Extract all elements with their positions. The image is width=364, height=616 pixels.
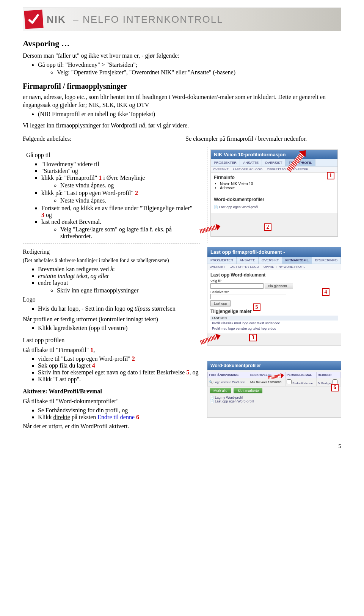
activate-h: Aktivere: WordProfil/Brevmal <box>23 387 200 396</box>
last-ned-h: LAST NED <box>210 316 338 321</box>
up-p1c: , <box>93 347 95 353</box>
navn-line: Navn: NIK Veien 10 <box>220 182 334 186</box>
s1-i6o-text: Velg "Lagre/lagre som" og lagre fila f. … <box>60 226 172 239</box>
up-b3a: Skriv inn for eksempel eget navn og dato… <box>38 369 186 376</box>
tab-prosjekter[interactable]: PROSJEKTER <box>211 159 240 166</box>
firmaprofil-heading: Firmaprofil / firmaopplysninger <box>23 82 341 91</box>
sub2-oversikt[interactable]: OVERSIKT <box>207 264 227 270</box>
up-b3: Skriv inn for eksempel eget navn og dato… <box>38 369 200 376</box>
adresse-line: Adresse: <box>220 186 334 190</box>
tilgjengelige-h: Tilgjengelige maler <box>210 309 338 314</box>
lag-ny-link[interactable]: 📄 Lag ny Word-profil <box>210 396 339 399</box>
shot1-subtabs: OVERSIKT LAST OPP NY LOGO OPPRETT NY WOR… <box>211 167 337 173</box>
firmaprofil-p2: Vi legger inn firmaopplysninger for Word… <box>23 121 341 130</box>
avsporing-step1-text: Gå opp til: "Hovedmeny" > "Startsiden"; <box>38 61 137 68</box>
tab2-ansatte[interactable]: ANSATTE <box>237 257 259 264</box>
s1-i6o: Velg "Lagre/lagre som" og lagre fila f. … <box>60 226 197 240</box>
s1-i4b: 2 <box>135 190 138 196</box>
shot2-subtabs: OVERSIKT LAST OPP NY LOGO OPPRETT NY WOR… <box>207 264 341 270</box>
s1-i5: Fortsett ned, og klikk en av filene unde… <box>41 205 197 218</box>
see-examples: Se eksempler på firmaprofil / brevmaler … <box>185 135 341 143</box>
s1-i5a: Fortsett ned, og klikk en av filene unde… <box>41 205 192 211</box>
following-recommended: Følgende anbefales: <box>23 135 179 143</box>
last-opp-h: Last opp Word-dokument <box>210 272 338 278</box>
up-b1b: 2 <box>132 355 135 362</box>
up-b2: Søk opp fila du lagret 4 <box>38 362 200 369</box>
gaa-opp-til: Gå opp til <box>26 151 197 159</box>
subtab-oversikt[interactable]: OVERSIKT <box>211 167 231 172</box>
mal-2[interactable]: Profil med logo venstre og tekst høyre.d… <box>210 326 338 331</box>
act-b2c: på teksten <box>70 414 97 420</box>
beskrivelse-label: Beskrivelse: <box>210 290 229 294</box>
col-pers: PERSONLIG MAL <box>286 372 317 378</box>
banner-subtitle: NELFO INTERNKONTROLL <box>83 14 223 25</box>
tab-ansatte[interactable]: ANSATTE <box>240 159 262 166</box>
col-rediger: REDIGER <box>316 372 340 378</box>
shot2-tabs: PROSJEKTER ANSATTE OVERSIKT FIRMAPROFIL … <box>207 257 341 264</box>
act-b2: Klikk direkte på teksten Endre til denne… <box>38 414 200 421</box>
tab2-brukerinfo[interactable]: BRUKERINFO <box>312 257 341 264</box>
row-desc: Min Brevmal 12092009 <box>249 378 285 386</box>
browse-button[interactable]: Bla gjennom... <box>265 283 293 289</box>
edit-b2: erstatte innlagt tekst, og eller <box>38 273 200 280</box>
up-b3c: , og <box>189 369 198 376</box>
act-b2b: direkte <box>53 414 70 420</box>
s1-i1: "Hovedmeny" videre til <box>41 161 197 168</box>
merk-alle-button[interactable]: Merk alle <box>210 388 231 393</box>
firmaprofil-note: (NB! Firmaprofil er en tabell og ikke To… <box>38 111 341 118</box>
callout-2: 2 <box>264 223 271 231</box>
tab2-prosjekter[interactable]: PROSJEKTER <box>207 257 237 264</box>
row-preview[interactable]: 🔍 Logo venstre Profil.doc <box>209 380 245 384</box>
act-b2a: Klikk <box>38 414 53 420</box>
s1-i3o: Neste vindu åpnes. og <box>60 182 197 189</box>
tab-oversikt[interactable]: OVERSIKT <box>262 159 286 166</box>
logo-b1: Hvis du har logo, - Sett inn din logo og… <box>38 305 200 312</box>
s1-i5b: 3 <box>41 212 44 218</box>
up-b2a: Søk opp fila du lagret <box>38 362 92 369</box>
slett-button[interactable]: Slett markerte <box>234 388 262 393</box>
callout-1: 1 <box>327 172 334 179</box>
redigering-h: Redigering <box>23 248 200 256</box>
last-opp-egen-link[interactable]: 📄 Last opp egen Word-profil <box>210 399 339 403</box>
fp-p2b: nå <box>139 122 145 129</box>
avsporing-step1a: Velg: "Operative Prosjekter", "Overordne… <box>57 69 341 76</box>
rediger-link[interactable]: ✎ Rediger <box>318 382 332 385</box>
file-input[interactable] <box>210 283 264 289</box>
logo-b1c: størrelsen <box>150 305 175 312</box>
s1-i3c: i Øvre Menylinje <box>102 174 145 181</box>
s1-i4o: Neste vindu åpnes. <box>60 197 197 204</box>
tab2-firmaprofil[interactable]: FIRMAPROFIL <box>282 257 312 264</box>
sub2-word[interactable]: OPPRETT NY WORD-PROFIL <box>261 264 308 270</box>
personlig-checkbox[interactable] <box>287 379 292 384</box>
firmainfo-h: Firmainfo <box>214 175 334 180</box>
act-b2d: Endre til denne <box>97 414 135 420</box>
velg-fil-label: Velg fil: <box>210 279 221 283</box>
last-opp-button[interactable]: Last opp <box>210 300 231 306</box>
callout-4: 4 <box>322 288 329 296</box>
logo-banner: NIK – NELFO INTERNKONTROLL <box>23 8 341 31</box>
step-block-1: Gå opp til "Hovedmeny" videre til "Start… <box>23 147 200 244</box>
avsporing-heading: Avsporing … <box>23 39 341 49</box>
sub2-logo[interactable]: LAST OPP NY LOGO <box>228 264 261 270</box>
avsporing-step1: Gå opp til: "Hovedmeny" > "Startsiden"; … <box>38 61 341 76</box>
col-forhand: FORHÅNDSVISNING <box>208 372 249 378</box>
redigering-sub: (Det anbefales å aktivere kantlinjer i t… <box>23 257 200 264</box>
callout-6: 6 <box>331 384 339 391</box>
edit-b3: endre layout Skriv inn egne firmaopplysn… <box>38 280 200 294</box>
tab2-oversikt[interactable]: OVERSIKT <box>259 257 282 264</box>
beskrivelse-row: Beskrivelse: <box>210 290 338 299</box>
beskrivelse-input[interactable] <box>210 294 286 299</box>
mal-1[interactable]: Profil Klassisk med logo over tekst unde… <box>210 321 338 326</box>
last-opp-link[interactable]: 📄 Last opp egen Word-profil <box>214 205 258 209</box>
banner-title: NIK – NELFO INTERNKONTROLL <box>47 14 223 25</box>
up-b4: Klikk "Last opp". <box>38 376 200 383</box>
endre-link[interactable]: Endre til denne <box>292 382 313 385</box>
avsporing-intro: Dersom man "faller ut" og ikke vet hvor … <box>23 52 341 60</box>
logo-b1b: tilpass <box>135 305 151 312</box>
s1-i4a: klikk på: "Last opp egen Word-profil" <box>41 190 135 196</box>
edit-b2-text: erstatte innlagt tekst, og eller <box>38 273 109 279</box>
table-row: 🔍 Logo venstre Profil.doc Min Brevmal 12… <box>208 378 341 386</box>
word-profiler-h: Word-dokumentprofiler <box>214 197 334 202</box>
subtab-logo[interactable]: LAST OPP NY LOGO <box>231 167 265 172</box>
logo-h: Logo <box>23 295 200 304</box>
